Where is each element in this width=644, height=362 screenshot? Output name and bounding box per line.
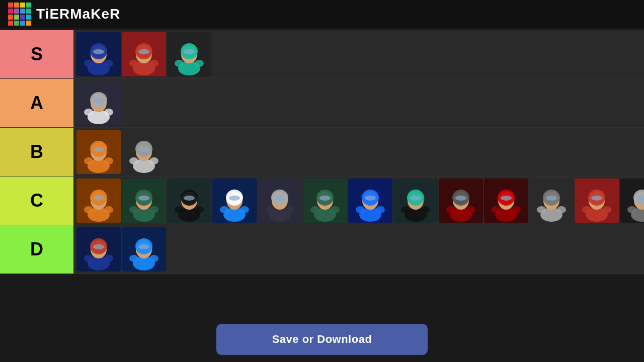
svg-point-116 <box>376 206 385 213</box>
tier-row-b: B <box>0 128 644 176</box>
driver-card[interactable] <box>122 32 166 76</box>
driver-card[interactable] <box>122 227 166 272</box>
tier-label-b: B <box>0 128 74 176</box>
svg-point-78 <box>184 196 195 201</box>
tier-row-s: S <box>0 30 644 79</box>
svg-point-96 <box>274 196 285 201</box>
driver-card[interactable] <box>167 178 211 223</box>
svg-point-150 <box>546 196 557 201</box>
tier-items-c <box>74 176 644 225</box>
driver-card[interactable] <box>258 178 302 223</box>
svg-point-71 <box>149 206 158 213</box>
svg-point-107 <box>331 206 340 213</box>
svg-point-7 <box>84 60 93 67</box>
svg-point-114 <box>365 196 376 201</box>
svg-point-187 <box>129 255 138 262</box>
svg-point-125 <box>421 206 430 213</box>
svg-point-69 <box>138 196 149 201</box>
driver-card[interactable] <box>76 81 121 125</box>
svg-point-134 <box>466 206 475 213</box>
svg-point-106 <box>310 206 319 213</box>
svg-point-17 <box>149 60 158 67</box>
svg-point-161 <box>602 206 611 213</box>
svg-point-60 <box>93 196 104 201</box>
svg-point-52 <box>129 157 138 164</box>
tier-row-d: D <box>0 225 644 274</box>
svg-point-89 <box>240 206 249 213</box>
driver-card[interactable] <box>393 178 438 223</box>
svg-point-16 <box>129 60 138 67</box>
svg-point-115 <box>356 206 365 213</box>
svg-point-132 <box>455 196 466 201</box>
bottom-bar: Save or Download <box>0 317 644 362</box>
svg-point-177 <box>93 244 104 249</box>
svg-point-42 <box>93 147 104 152</box>
svg-point-142 <box>492 206 501 213</box>
save-download-button[interactable]: Save or Download <box>216 324 428 355</box>
svg-point-143 <box>512 206 521 213</box>
svg-point-61 <box>84 206 93 213</box>
driver-card[interactable] <box>620 178 644 223</box>
driver-card[interactable] <box>76 32 121 76</box>
svg-point-35 <box>104 109 113 116</box>
svg-point-186 <box>138 244 149 249</box>
svg-point-24 <box>184 49 195 54</box>
svg-point-160 <box>582 206 591 213</box>
svg-point-80 <box>195 206 204 213</box>
tier-label-d: D <box>0 225 74 274</box>
svg-point-6 <box>93 49 104 54</box>
svg-point-152 <box>557 206 566 213</box>
logo-grid-icon <box>8 3 31 26</box>
svg-point-51 <box>138 147 149 152</box>
tier-items-b <box>74 128 644 176</box>
logo-text: TiERMaKeR <box>36 6 120 22</box>
svg-point-15 <box>138 49 149 54</box>
driver-card[interactable] <box>76 227 121 272</box>
driver-card[interactable] <box>484 178 528 223</box>
svg-point-43 <box>84 157 93 164</box>
driver-card[interactable] <box>529 178 574 223</box>
svg-point-87 <box>229 196 240 201</box>
svg-point-62 <box>104 206 113 213</box>
svg-point-53 <box>149 157 158 164</box>
svg-point-33 <box>93 98 104 103</box>
tier-label-s: S <box>0 30 74 78</box>
svg-point-97 <box>265 206 274 213</box>
driver-card[interactable] <box>122 178 166 223</box>
driver-card[interactable] <box>122 130 166 174</box>
svg-point-169 <box>627 206 636 213</box>
svg-point-123 <box>410 196 421 201</box>
svg-point-79 <box>175 206 184 213</box>
svg-point-70 <box>129 206 138 213</box>
driver-card[interactable] <box>76 178 121 223</box>
svg-point-105 <box>319 196 331 201</box>
svg-point-178 <box>84 255 93 262</box>
driver-card[interactable] <box>76 130 121 174</box>
svg-point-141 <box>501 196 512 201</box>
svg-point-26 <box>195 60 204 67</box>
tier-items-d <box>74 225 644 274</box>
tier-items-a <box>74 79 644 127</box>
tier-label-c: C <box>0 176 74 225</box>
driver-card[interactable] <box>212 178 257 223</box>
driver-card[interactable] <box>348 178 392 223</box>
tier-row-a: A <box>0 79 644 128</box>
svg-point-179 <box>104 255 113 262</box>
driver-card[interactable] <box>303 178 347 223</box>
driver-card[interactable] <box>439 178 483 223</box>
tier-items-s <box>74 30 644 78</box>
driver-card[interactable] <box>575 178 619 223</box>
tier-row-c: C <box>0 176 644 225</box>
tier-label-a: A <box>0 79 74 127</box>
svg-point-34 <box>84 109 93 116</box>
svg-point-88 <box>220 206 229 213</box>
svg-point-98 <box>285 206 294 213</box>
driver-card[interactable] <box>167 32 211 76</box>
svg-point-124 <box>401 206 410 213</box>
svg-point-44 <box>104 157 113 164</box>
header: TiERMaKeR <box>0 0 644 28</box>
svg-point-8 <box>104 60 113 67</box>
svg-point-151 <box>537 206 546 213</box>
svg-point-25 <box>175 60 184 67</box>
svg-point-159 <box>591 196 602 201</box>
